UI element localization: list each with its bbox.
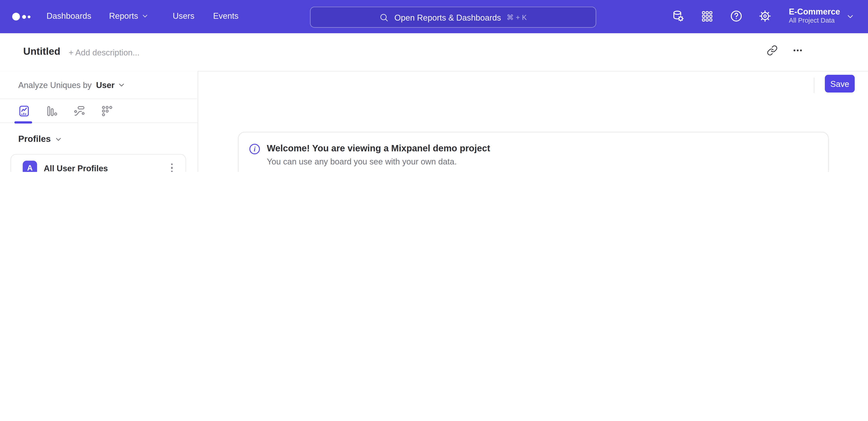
retention-dots-icon (100, 105, 113, 117)
nav-dashboards[interactable]: Dashboards (46, 11, 91, 21)
project-scope: All Project Data (789, 17, 840, 25)
search-icon (379, 12, 389, 22)
more-options-button[interactable] (789, 41, 807, 59)
data-management-button[interactable] (667, 5, 689, 27)
flows-icon (73, 105, 86, 117)
logo-dot-medium (22, 15, 26, 19)
logo-dot-small (28, 16, 30, 18)
mixpanel-logo[interactable] (12, 12, 31, 21)
grid-apps-icon (701, 10, 713, 22)
metric-card[interactable]: A All User Profiles Count Total (11, 154, 186, 172)
ellipsis-icon (792, 45, 803, 56)
tab-flows[interactable] (65, 99, 93, 122)
search-shortcut: ⌘ + K (506, 13, 527, 22)
analyze-label: Analyze Uniques by (18, 80, 92, 90)
global-search[interactable]: Open Reports & Dashboards ⌘ + K (310, 6, 596, 28)
banner-subtitle: You can use any board you see with your … (267, 157, 457, 166)
insights-chart-icon (18, 105, 30, 117)
tab-retention[interactable] (93, 99, 121, 122)
project-name: E-Commerce (789, 6, 840, 17)
copy-link-button[interactable] (763, 41, 781, 59)
tab-funnels[interactable] (38, 99, 65, 122)
info-icon: i (249, 143, 261, 155)
project-chevron-icon (846, 12, 855, 21)
funnels-bars-icon (45, 105, 58, 117)
metric-name[interactable]: All User Profiles (43, 163, 108, 172)
logo-dot-large (12, 13, 20, 20)
add-description-field[interactable]: + Add description... (69, 48, 140, 57)
svg-text:i: i (254, 145, 256, 153)
banner-title: Welcome! You are viewing a Mixpanel demo… (267, 143, 490, 153)
database-gear-icon (672, 9, 685, 23)
metric-options-button[interactable] (169, 161, 175, 172)
top-navbar: Dashboards Reports Users Events Open Rep… (0, 0, 868, 33)
report-title[interactable]: Untitled (23, 46, 60, 57)
search-placeholder: Open Reports & Dashboards (395, 12, 501, 22)
settings-button[interactable] (754, 5, 776, 27)
nav-reports[interactable]: Reports (109, 11, 149, 21)
help-icon (730, 9, 743, 23)
report-header: Untitled + Add description... Save (0, 33, 868, 72)
active-tab-indicator (14, 121, 32, 123)
project-switcher[interactable]: E-Commerce All Project Data (789, 6, 840, 25)
tab-insights[interactable] (10, 99, 37, 122)
chevron-down-icon (54, 135, 62, 143)
metric-badge: A (23, 161, 37, 172)
app-window: Dashboards Reports Users Events Open Rep… (0, 0, 868, 172)
help-button[interactable] (725, 5, 747, 27)
demo-project-banner: i Welcome! You are viewing a Mixpanel de… (238, 132, 829, 172)
chevron-down-icon (141, 12, 149, 20)
apps-button[interactable] (696, 5, 718, 27)
nav-events[interactable]: Events (213, 11, 239, 21)
profiles-section-heading[interactable]: Profiles (18, 134, 62, 144)
nav-users[interactable]: Users (173, 11, 194, 21)
query-builder-sidebar: Analyze Uniques by User (0, 71, 198, 172)
analyze-by-selector[interactable]: User (96, 80, 126, 90)
chevron-down-icon (117, 81, 126, 89)
save-button[interactable]: Save (825, 75, 855, 92)
link-icon (767, 45, 778, 56)
header-divider (814, 78, 814, 93)
gear-icon (758, 9, 772, 23)
